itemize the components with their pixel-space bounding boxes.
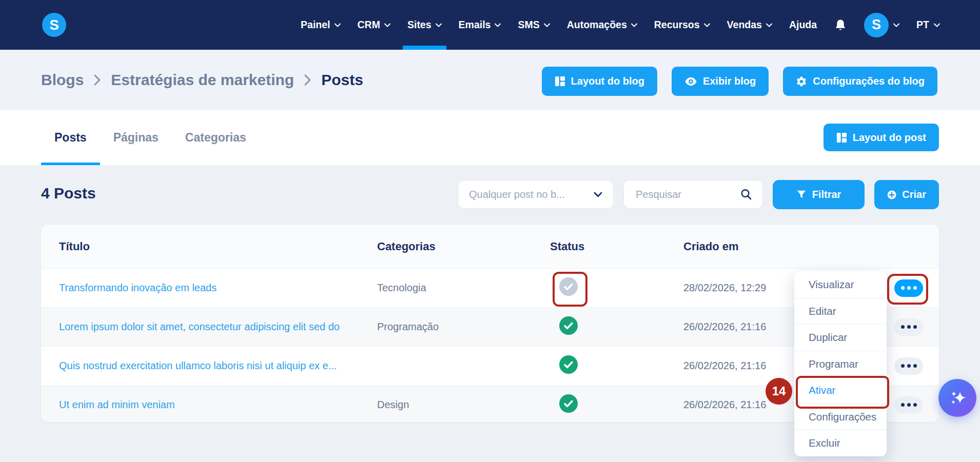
nav-item-sms[interactable]: SMS	[518, 0, 550, 50]
notifications-button[interactable]	[834, 18, 847, 32]
step-number-badge: 14	[766, 378, 792, 405]
menu-item-editar[interactable]: Editar	[794, 298, 887, 325]
plus-circle-icon	[887, 189, 896, 201]
tabs: Posts Páginas Categorias	[41, 110, 260, 165]
status-check-icon[interactable]	[559, 355, 578, 374]
header-categorias: Categorias	[377, 240, 550, 253]
post-layout-button[interactable]: Layout do post	[824, 124, 939, 151]
chevron-down-icon	[934, 23, 940, 27]
breadcrumb-blog-name[interactable]: Estratégias de marketing	[111, 71, 294, 89]
funnel-icon	[796, 190, 807, 200]
chevron-right-icon	[304, 74, 311, 86]
search-icon[interactable]	[740, 189, 752, 200]
gear-icon	[796, 76, 807, 87]
view-blog-button[interactable]: Exibir blog	[672, 67, 769, 96]
tab-categorias[interactable]: Categorias	[172, 110, 260, 165]
chevron-down-icon	[436, 23, 442, 27]
nav-item-automacoes[interactable]: Automações	[567, 0, 637, 50]
post-title-link[interactable]: Lorem ipsum dolor sit amet, consectetur …	[59, 321, 377, 333]
eye-icon	[684, 76, 697, 87]
nav-item-recursos[interactable]: Recursos	[654, 0, 710, 50]
active-nav-underline	[403, 46, 446, 50]
language-code: PT	[916, 19, 929, 31]
row-actions-button[interactable]	[894, 357, 923, 375]
blog-actions: Layout do blog Exibir blog Configurações…	[542, 67, 937, 96]
search-input[interactable]	[635, 188, 734, 201]
tab-posts[interactable]: Posts	[41, 110, 100, 165]
sparkles-icon	[947, 388, 968, 408]
menu-item-excluir[interactable]: Excluir	[794, 430, 887, 456]
post-type-dropdown[interactable]: Qualquer post no b...	[458, 180, 614, 209]
chevron-down-icon	[893, 23, 899, 27]
post-category: Tecnologia	[377, 282, 550, 294]
row-actions-button[interactable]	[894, 279, 923, 297]
chevron-down-icon	[766, 23, 772, 27]
post-category: Programação	[377, 321, 550, 333]
tab-paginas[interactable]: Páginas	[100, 110, 172, 165]
row-context-menu: Visualizar Editar Duplicar Programar Ati…	[794, 271, 887, 456]
chevron-down-icon	[495, 23, 501, 27]
header-titulo: Título	[59, 240, 377, 253]
nav-item-vendas[interactable]: Vendas	[727, 0, 772, 50]
ai-assistant-button[interactable]	[938, 379, 976, 417]
brand-logo-letter: S	[49, 17, 59, 33]
search-box	[623, 180, 763, 209]
active-tab-underline	[41, 163, 100, 165]
filter-button[interactable]: Filtrar	[773, 180, 865, 209]
app-screen: S Painel CRM Sites Emails SMS Automações…	[0, 0, 980, 462]
menu-item-ativar[interactable]: Ativar	[794, 377, 887, 404]
chevron-down-icon	[594, 192, 602, 197]
status-check-icon[interactable]	[559, 394, 578, 413]
row-actions-button[interactable]	[894, 396, 923, 414]
create-button[interactable]: Criar	[874, 180, 939, 209]
post-title-link[interactable]: Ut enim ad minim veniam	[59, 399, 377, 411]
layout-icon	[555, 76, 565, 87]
nav-item-sites[interactable]: Sites	[407, 0, 442, 50]
nav-item-ajuda[interactable]: Ajuda	[789, 0, 817, 50]
post-title-link[interactable]: Quis nostrud exercitation ullamco labori…	[59, 360, 377, 372]
breadcrumb-band: Blogs Estratégias de marketing Posts Lay…	[0, 50, 980, 110]
breadcrumb-posts: Posts	[321, 71, 363, 89]
menu-item-visualizar[interactable]: Visualizar	[794, 271, 887, 298]
status-check-icon[interactable]	[559, 316, 578, 335]
chevron-down-icon	[335, 23, 341, 27]
header-status: Status	[550, 240, 683, 253]
blog-settings-button[interactable]: Configurações do blog	[783, 67, 937, 96]
language-selector[interactable]: PT	[916, 19, 940, 31]
brand-logo[interactable]: S	[42, 13, 66, 37]
post-title-link[interactable]: Transformando inovação em leads	[59, 282, 377, 294]
bell-icon	[834, 18, 847, 32]
row-actions-button[interactable]	[894, 318, 923, 336]
menu-item-configuracoes[interactable]: Configurações	[794, 404, 887, 430]
account-menu[interactable]: S	[864, 13, 899, 37]
chevron-down-icon	[544, 23, 550, 27]
menu-item-duplicar[interactable]: Duplicar	[794, 324, 887, 351]
top-navigation: S Painel CRM Sites Emails SMS Automações…	[0, 0, 980, 50]
header-criado-em: Criado em	[683, 240, 878, 253]
nav-item-painel[interactable]: Painel	[301, 0, 340, 50]
chevron-down-icon	[704, 23, 710, 27]
nav-item-emails[interactable]: Emails	[459, 0, 501, 50]
post-type-dropdown-value: Qualquer post no b...	[469, 189, 565, 200]
menu-item-programar[interactable]: Programar	[794, 351, 887, 377]
chevron-down-icon	[631, 23, 637, 27]
tab-band: Posts Páginas Categorias Layout do post	[0, 110, 980, 165]
table-header-row: Título Categorias Status Criado em	[41, 225, 939, 268]
breadcrumb: Blogs Estratégias de marketing Posts	[41, 50, 363, 110]
avatar: S	[864, 13, 889, 37]
chevron-down-icon	[384, 23, 390, 27]
breadcrumb-blogs[interactable]: Blogs	[41, 71, 84, 89]
blog-layout-button[interactable]: Layout do blog	[542, 67, 657, 96]
chevron-right-icon	[94, 74, 101, 86]
posts-count-title: 4 Posts	[41, 185, 96, 202]
nav-menu: Painel CRM Sites Emails SMS Automações R…	[301, 0, 940, 50]
status-check-icon[interactable]	[559, 277, 578, 296]
toolbar: Qualquer post no b... Filtrar Criar	[458, 180, 939, 209]
layout-icon	[836, 132, 847, 143]
post-category: Design	[377, 399, 550, 411]
nav-item-crm[interactable]: CRM	[358, 0, 390, 50]
